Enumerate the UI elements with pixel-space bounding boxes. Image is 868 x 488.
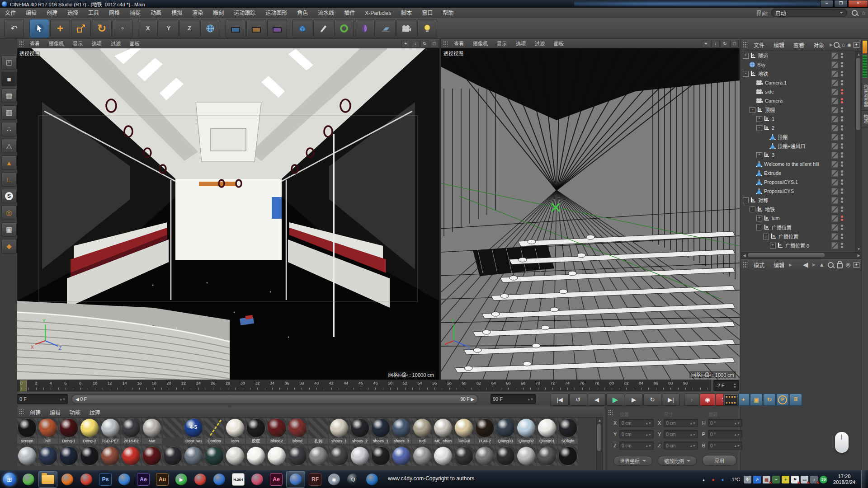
- material-thumbnail[interactable]: [454, 446, 474, 466]
- key-position-toggle[interactable]: +: [737, 394, 750, 406]
- material-item[interactable]: [246, 446, 266, 470]
- attribute-menu-1[interactable]: 编辑: [769, 261, 789, 269]
- material-thumbnail[interactable]: [433, 418, 453, 438]
- material-thumbnail[interactable]: [412, 418, 432, 438]
- material-item[interactable]: [495, 446, 515, 470]
- target-icon[interactable]: ◎: [846, 262, 850, 268]
- material-thumbnail[interactable]: [100, 418, 120, 438]
- material-thumbnail[interactable]: [163, 418, 183, 438]
- material-item[interactable]: [163, 418, 183, 444]
- next-key-button[interactable]: ↻: [643, 394, 661, 406]
- uv-mode-icon[interactable]: ▥: [1, 105, 17, 120]
- eye-icon[interactable]: ◉: [847, 42, 851, 47]
- visibility-dots[interactable]: [841, 53, 843, 58]
- material-item[interactable]: SDlight: [558, 418, 578, 444]
- viewport-menu-1[interactable]: 摄像机: [468, 40, 492, 47]
- material-item[interactable]: Qiang01: [537, 418, 557, 444]
- weather-widget[interactable]: -1°C: [729, 477, 741, 482]
- tree-item[interactable]: -0地铁: [743, 69, 768, 78]
- solo-mode-icon[interactable]: S: [1, 189, 17, 203]
- texture-tag-icon[interactable]: [831, 233, 838, 240]
- timeline-window-button[interactable]: [723, 394, 739, 406]
- material-item[interactable]: [267, 446, 287, 470]
- coord-field[interactable]: 0 cm▲▼: [664, 441, 698, 450]
- record-button[interactable]: ◉: [700, 394, 715, 406]
- end-frame-field[interactable]: 90 F▲▼: [491, 394, 536, 404]
- menu-item-2[interactable]: 创建: [42, 8, 62, 18]
- material-thumbnail[interactable]: [392, 446, 411, 466]
- material-menu-1[interactable]: 编辑: [45, 408, 65, 416]
- app-browser[interactable]: [19, 472, 38, 487]
- render-picture-viewer-button[interactable]: [246, 19, 266, 38]
- tree-item[interactable]: Extrude: [750, 169, 781, 178]
- material-item[interactable]: 2018-02: [121, 418, 141, 444]
- material-menu-2[interactable]: 功能: [65, 408, 85, 416]
- menu-item-11[interactable]: 运动跟踪: [229, 8, 260, 18]
- add-spline-button[interactable]: [313, 19, 333, 38]
- coord-field[interactable]: 0 cm▲▼: [619, 441, 654, 450]
- sound-toggle[interactable]: ♪: [684, 394, 699, 406]
- app-photoshop[interactable]: Ps: [96, 472, 114, 487]
- viewport-menu-3[interactable]: 选项: [87, 40, 106, 47]
- more-menus-icon[interactable]: ▶: [830, 42, 833, 47]
- attribute-menu-0[interactable]: 模式: [749, 261, 769, 269]
- material-item[interactable]: shoes_3: [392, 418, 411, 444]
- material-thumbnail[interactable]: [80, 446, 99, 466]
- material-thumbnail[interactable]: [204, 418, 224, 438]
- texture-tag-icon[interactable]: [831, 70, 838, 77]
- material-item[interactable]: [329, 446, 349, 470]
- material-thumbnail[interactable]: [288, 446, 307, 466]
- texture-tag-icon[interactable]: [831, 179, 838, 186]
- grip-icon[interactable]: [743, 42, 747, 48]
- material-item[interactable]: [204, 446, 224, 470]
- menu-item-6[interactable]: 捕捉: [125, 8, 146, 18]
- viewport-menu-0[interactable]: 查看: [25, 40, 44, 47]
- material-item[interactable]: [537, 446, 557, 470]
- menu-item-7[interactable]: 动画: [146, 8, 166, 18]
- material-item[interactable]: [100, 446, 120, 470]
- plugin-icon[interactable]: ~: [772, 476, 780, 483]
- show-desktop-button[interactable]: [861, 470, 866, 488]
- material-item[interactable]: [308, 446, 328, 470]
- visibility-dots[interactable]: [841, 116, 843, 122]
- rotate-view-icon[interactable]: ↻: [420, 40, 429, 47]
- viewport-menu-4[interactable]: 过滤: [106, 40, 125, 47]
- dock-tab-0[interactable]: 内容浏览器: [862, 80, 868, 111]
- search-icon[interactable]: [828, 262, 834, 268]
- visibility-dots[interactable]: [841, 188, 843, 194]
- material-item[interactable]: [80, 446, 99, 470]
- tree-item[interactable]: -02: [756, 123, 774, 132]
- tree-item[interactable]: Camera.1: [750, 78, 787, 87]
- texture-mode-icon[interactable]: ▦: [1, 89, 17, 103]
- material-item[interactable]: blood2: [267, 418, 287, 444]
- material-item[interactable]: [433, 446, 453, 470]
- texture-tag-icon[interactable]: [831, 224, 838, 231]
- prev-frame-button[interactable]: ◀: [588, 394, 606, 406]
- app-media[interactable]: [210, 472, 228, 487]
- rotate-view-icon[interactable]: ↻: [721, 40, 729, 47]
- add-box-icon[interactable]: +: [854, 262, 859, 268]
- minimize-button[interactable]: –: [820, 0, 834, 8]
- app-qq-music[interactable]: ▶: [172, 472, 190, 487]
- material-item[interactable]: [225, 446, 245, 470]
- material-item[interactable]: Icon: [225, 418, 245, 444]
- menu-item-0[interactable]: 文件: [0, 8, 21, 18]
- viewport-menu-3[interactable]: 选项: [511, 40, 530, 47]
- material-item[interactable]: shoes_1: [329, 418, 349, 444]
- tree-item[interactable]: -0广播位置: [763, 232, 798, 241]
- material-thumbnail[interactable]: [308, 446, 328, 466]
- add-environment-button[interactable]: [376, 19, 396, 38]
- app-after-effects[interactable]: Ae: [134, 472, 152, 487]
- network-icon[interactable]: ▭: [801, 476, 808, 483]
- visibility-dots[interactable]: [841, 98, 843, 103]
- material-thumbnail[interactable]: [329, 418, 349, 438]
- axis-mode-icon[interactable]: ∟: [1, 172, 17, 187]
- polygons-mode-icon[interactable]: ▲: [1, 155, 17, 170]
- app-h264[interactable]: H.264: [229, 472, 247, 487]
- collapse-icon[interactable]: -: [743, 197, 749, 203]
- visibility-dots[interactable]: [841, 161, 843, 167]
- material-thumbnail[interactable]: [163, 446, 183, 466]
- next-frame-button[interactable]: ▶: [625, 394, 643, 406]
- lock-workplane-icon[interactable]: ▣: [1, 222, 17, 237]
- material-thumbnail[interactable]: [475, 418, 495, 438]
